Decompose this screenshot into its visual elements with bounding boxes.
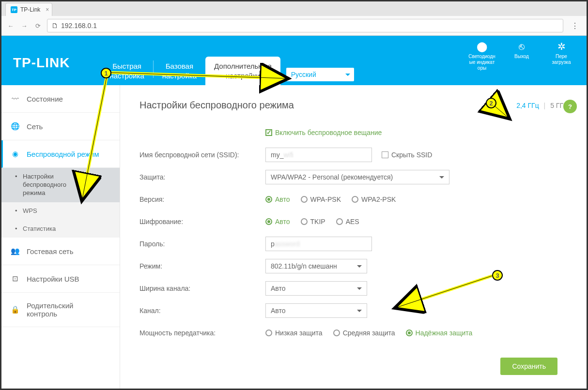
channel-label: Канал: <box>139 307 265 315</box>
reload-button[interactable]: ⟳ <box>33 21 42 30</box>
site-info-icon[interactable]: 🗋 <box>51 22 58 30</box>
callout-2: 2 <box>486 98 496 108</box>
body: 〰 Состояние 🌐 Сеть ◉ Беспроводной режим … <box>1 85 587 390</box>
users-icon: 👥 <box>10 246 20 256</box>
tab-strip: TP TP-Link × <box>1 1 587 16</box>
channel-select[interactable]: Авто <box>265 303 367 318</box>
content: ? Настройки беспроводного режима 2,4 ГГц… <box>120 85 587 390</box>
app-header: TP-LINK Быстрая настройка Базовая настро… <box>1 36 587 85</box>
sidebar-label: Беспроводной режим <box>27 150 99 158</box>
version-radio-wpa[interactable]: WPA-PSK <box>301 195 341 203</box>
forward-button[interactable]: → <box>20 21 29 30</box>
sidebar-label: Настройки USB <box>27 275 79 283</box>
title-row: Настройки беспроводного режима 2,4 ГГц |… <box>139 100 567 111</box>
wifi-icon: ◉ <box>10 149 20 159</box>
callout-3: 3 <box>492 270 503 281</box>
sidebar-item-guest[interactable]: 👥 Гостевая сеть <box>1 238 120 265</box>
mode-select[interactable]: 802.11b/g/n смешанн <box>265 259 367 273</box>
help-button[interactable]: ? <box>563 100 577 113</box>
channel-width-label: Ширина канала: <box>139 285 265 292</box>
security-select[interactable]: WPA/WPA2 - Personal (рекомендуется) <box>265 170 449 184</box>
address-bar[interactable]: 🗋 192.168.0.1 <box>47 19 563 32</box>
reboot-label: Пере загрузка <box>552 54 571 65</box>
header-icons: ⬤ Светодиодн ые индикат оры ⎋ Выход ✲ Пе… <box>466 41 577 71</box>
tab-advanced[interactable]: Дополнительные настройки <box>205 57 280 85</box>
language-value: Русский <box>286 68 354 81</box>
encryption-radio-tkip[interactable]: TKIP <box>301 218 325 225</box>
usb-icon: ⊡ <box>10 274 20 284</box>
sidebar-label: Сеть <box>27 122 43 131</box>
logout-button[interactable]: ⎋ Выход <box>506 41 537 71</box>
sidebar-item-parental[interactable]: 🔒 Родительский контроль <box>1 293 120 327</box>
ssid-label: Имя беспроводной сети (SSID): <box>139 151 265 159</box>
globe-icon: 🌐 <box>10 121 20 131</box>
password-input[interactable]: password <box>265 237 372 251</box>
mode-label: Режим: <box>139 262 265 270</box>
sidebar-label: Гостевая сеть <box>27 247 73 255</box>
back-button[interactable]: ← <box>6 21 15 30</box>
password-value: p <box>271 240 275 248</box>
reboot-icon: ✲ <box>557 41 566 52</box>
security-label: Защита: <box>139 173 265 181</box>
ssid-value: my_ <box>271 151 283 159</box>
enable-wireless-label: Включить беспроводное вещание <box>275 129 382 136</box>
ssid-input[interactable]: my_wifi <box>265 148 372 162</box>
sidebar-item-status[interactable]: 〰 Состояние <box>1 85 120 113</box>
wireless-form: Включить беспроводное вещание Имя беспро… <box>139 125 567 340</box>
browser-tab[interactable]: TP TP-Link × <box>5 3 52 16</box>
nav-tabs: Быстрая настройка Базовая настройка Допо… <box>101 57 280 85</box>
wireless-submenu: Настройки беспроводного режима WPS Стати… <box>1 168 120 238</box>
checkbox-icon <box>382 151 388 158</box>
browser-menu-button[interactable]: ⋮ <box>568 21 582 30</box>
tab-basic[interactable]: Базовая настройка <box>154 57 205 85</box>
sidebar-label: Родительский контроль <box>27 301 73 318</box>
url-text: 192.168.0.1 <box>61 22 97 30</box>
lock-icon: 🔒 <box>10 305 20 315</box>
sidebar-sub-wps[interactable]: WPS <box>1 202 120 220</box>
logo: TP-LINK <box>1 55 81 85</box>
favicon-icon: TP <box>11 6 17 13</box>
sidebar-sub-wireless-settings[interactable]: Настройки беспроводного режима <box>1 168 120 202</box>
tab-title: TP-Link <box>20 6 40 13</box>
hide-ssid-label: Скрыть SSID <box>391 151 432 159</box>
version-label: Версия: <box>139 195 265 203</box>
sidebar: 〰 Состояние 🌐 Сеть ◉ Беспроводной режим … <box>1 85 120 390</box>
callout-1: 1 <box>101 68 111 78</box>
close-icon[interactable]: × <box>46 6 49 13</box>
bulb-icon: ⬤ <box>477 41 487 52</box>
version-radio-auto[interactable]: Авто <box>265 195 290 203</box>
sidebar-item-network[interactable]: 🌐 Сеть <box>1 113 120 140</box>
sidebar-item-usb[interactable]: ⊡ Настройки USB <box>1 265 120 293</box>
browser-chrome: TP TP-Link × ← → ⟳ 🗋 192.168.0.1 ⋮ <box>1 1 587 36</box>
password-label: Пароль: <box>139 240 265 248</box>
wave-icon: 〰 <box>10 94 20 104</box>
save-button[interactable]: Сохранить <box>500 358 557 375</box>
txpower-radio-mid[interactable]: Средняя защита <box>333 329 395 337</box>
sidebar-label: Состояние <box>27 95 63 103</box>
channel-width-select[interactable]: Авто <box>265 281 367 296</box>
txpower-label: Мощность передатчика: <box>139 329 265 337</box>
version-radio-wpa2[interactable]: WPA2-PSK <box>352 195 396 203</box>
encryption-radio-aes[interactable]: AES <box>336 218 359 225</box>
checkbox-icon <box>265 129 272 136</box>
encryption-label: Шифрование: <box>139 218 265 225</box>
frequency-tabs: 2,4 ГГц | 5 ГГц <box>516 102 567 109</box>
txpower-radio-high[interactable]: Надёжная защита <box>406 329 473 337</box>
sidebar-sub-statistics[interactable]: Статистика <box>1 220 120 238</box>
txpower-radio-low[interactable]: Низкая защита <box>265 329 323 337</box>
freq-separator: | <box>544 102 546 109</box>
language-select[interactable]: Русский <box>286 68 354 81</box>
sidebar-item-wireless[interactable]: ◉ Беспроводной режим <box>1 140 120 168</box>
reboot-button[interactable]: ✲ Пере загрузка <box>546 41 577 71</box>
led-label: Светодиодн ые индикат оры <box>468 54 495 71</box>
logout-label: Выход <box>514 54 529 60</box>
page-title: Настройки беспроводного режима <box>139 100 294 111</box>
browser-toolbar: ← → ⟳ 🗋 192.168.0.1 ⋮ <box>1 16 587 36</box>
led-button[interactable]: ⬤ Светодиодн ые индикат оры <box>466 41 497 71</box>
enable-wireless-checkbox[interactable]: Включить беспроводное вещание <box>265 129 382 136</box>
logout-icon: ⎋ <box>519 41 525 52</box>
hide-ssid-checkbox[interactable]: Скрыть SSID <box>382 151 432 159</box>
encryption-radio-auto[interactable]: Авто <box>265 218 290 225</box>
freq-tab-24[interactable]: 2,4 ГГц <box>516 102 539 109</box>
